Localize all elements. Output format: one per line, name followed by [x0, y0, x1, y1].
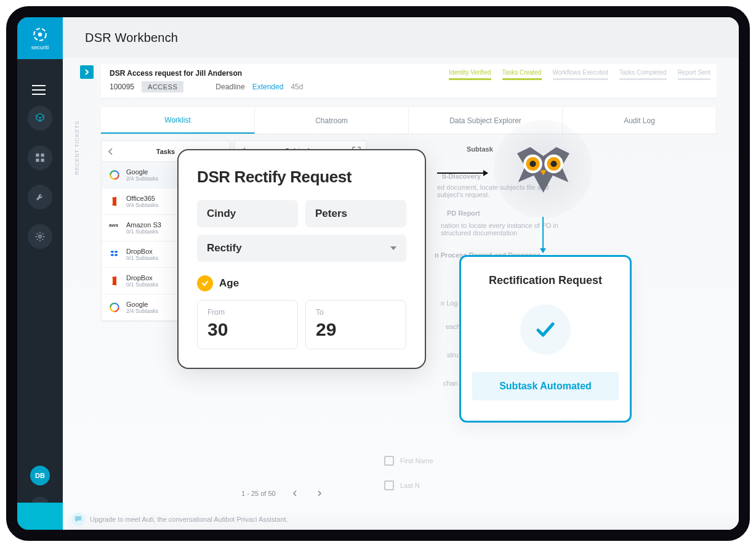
pager-next-button[interactable] [314, 488, 325, 499]
svg-point-32 [550, 160, 557, 166]
chat-bubble-icon[interactable] [71, 513, 85, 526]
svg-point-31 [529, 160, 536, 166]
tasks-header-label: Tasks [156, 148, 175, 155]
arrow-down-connector [542, 217, 544, 253]
step-workflows-executed: Workflows Executed [553, 69, 608, 76]
checkbox[interactable] [384, 456, 394, 466]
deadline-status: Extended [252, 83, 284, 91]
last-name-input[interactable]: Peters [305, 200, 406, 227]
nav-wrench-icon[interactable] [28, 185, 52, 209]
chevron-down-icon [390, 246, 396, 250]
pager-prev-button[interactable] [289, 488, 300, 499]
svg-rect-7 [36, 159, 39, 162]
subtask-automated-button[interactable]: Subtask Automated [472, 372, 619, 400]
svg-rect-4 [32, 94, 46, 95]
step-tasks-created: Tasks Created [502, 69, 542, 76]
task-sub: 2/4 Subtasks [126, 176, 158, 182]
chevron-right-icon [84, 69, 90, 75]
recent-tickets-label[interactable]: RECENT TICKETS [74, 95, 80, 175]
from-label: From [207, 308, 288, 317]
office-icon [109, 196, 120, 207]
pager-text: 1 - 25 of 50 [241, 490, 276, 497]
nav-grid-icon[interactable] [28, 145, 52, 170]
deadline-label: Deadline [215, 83, 244, 91]
success-check-icon [520, 304, 571, 355]
from-value: 30 [207, 319, 288, 340]
svg-rect-3 [32, 89, 46, 91]
request-id: 100095 [110, 83, 134, 91]
svg-rect-5 [36, 153, 39, 156]
nav-gear-icon[interactable] [28, 224, 52, 249]
office-icon [109, 275, 120, 286]
step-identity-verified: Identity Verified [449, 69, 491, 76]
automation-result-card: Rectification Request Subtask Automated [459, 255, 632, 423]
step-report-sent: Report Sent [678, 69, 710, 76]
automation-title: Rectification Request [489, 274, 602, 287]
collapse-panel-button[interactable] [80, 65, 94, 79]
svg-point-1 [38, 32, 42, 36]
brand-logo[interactable]: securiti [17, 17, 63, 59]
svg-point-9 [39, 235, 42, 238]
request-header: DSR Access request for Jill Anderson 100… [101, 64, 717, 99]
svg-rect-2 [32, 85, 46, 86]
google-icon [109, 302, 120, 313]
aws-icon: aws [109, 222, 120, 233]
brand-icon [32, 26, 48, 43]
google-icon [109, 169, 120, 180]
view-tabs: Worklist Chatroom Data Subject Explorer … [101, 107, 717, 134]
svg-rect-6 [41, 153, 44, 156]
app-sidebar: securiti DB [17, 17, 63, 530]
main-area: RECENT TICKETS DSR Access request for Ji… [63, 58, 739, 530]
back-icon[interactable] [107, 147, 115, 156]
subtask-label: Subtask [467, 145, 493, 153]
user-avatar[interactable]: DB [30, 466, 50, 485]
owl-icon [511, 143, 576, 195]
footer-tip: Upgrade to meet Auti, the conversational… [66, 509, 739, 530]
topbar: DSR Workbench [63, 17, 739, 58]
action-select[interactable]: Rectify [197, 235, 406, 262]
dropbox-icon [109, 249, 120, 260]
to-label: To [316, 308, 396, 317]
nav-cube-icon[interactable] [28, 106, 52, 131]
menu-icon[interactable] [32, 85, 46, 95]
auti-owl-avatar [494, 120, 592, 218]
step-tasks-completed: Tasks Completed [619, 69, 667, 76]
brand-text: securiti [31, 44, 49, 51]
request-type-badge: ACCESS [142, 81, 183, 92]
to-value: 29 [316, 319, 396, 340]
modal-title: DSR Rectify Request [197, 168, 406, 187]
from-value-box[interactable]: From 30 [197, 300, 298, 349]
rectify-request-modal: DSR Rectify Request Cindy Peters Rectify… [177, 149, 426, 369]
pagination: 1 - 25 of 50 [241, 485, 325, 501]
attribute-checkboxes: First Name Last N [384, 456, 433, 505]
attribute-label: Age [219, 277, 239, 290]
workflow-steps: Identity Verified Tasks Created Workflow… [449, 69, 710, 80]
svg-rect-8 [41, 159, 44, 162]
check-badge-icon [197, 275, 213, 291]
tab-chatroom[interactable]: Chatroom [255, 107, 409, 134]
first-name-input[interactable]: Cindy [197, 200, 298, 227]
checkbox[interactable] [384, 480, 394, 490]
to-value-box[interactable]: To 29 [305, 300, 406, 349]
footer-text: Upgrade to meet Auti, the conversational… [90, 516, 288, 523]
action-value: Rectify [207, 242, 242, 254]
arrow-connector [437, 172, 488, 174]
tab-worklist[interactable]: Worklist [101, 107, 255, 134]
deadline-days: 45d [291, 83, 303, 91]
sidebar-accent [17, 503, 63, 530]
page-title: DSR Workbench [85, 31, 178, 45]
task-name: Google [126, 168, 158, 176]
